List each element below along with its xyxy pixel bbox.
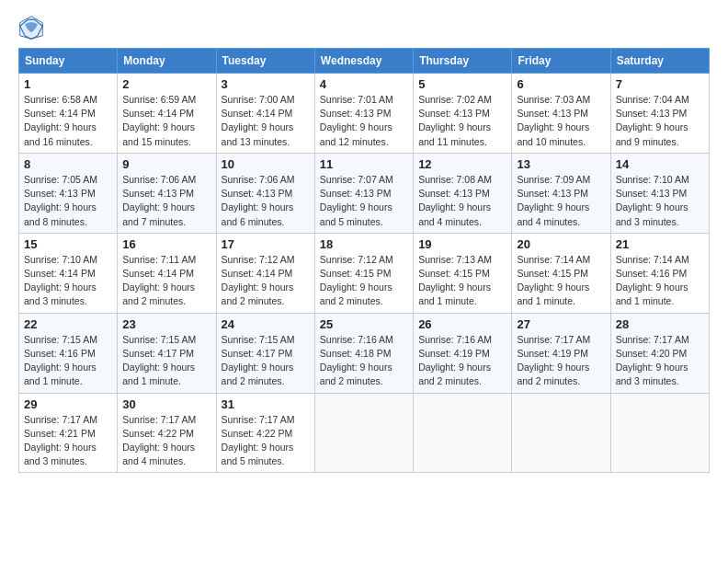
- weekday-row: SundayMondayTuesdayWednesdayThursdayFrid…: [19, 49, 710, 74]
- calendar-cell: 25Sunrise: 7:16 AM Sunset: 4:18 PM Dayli…: [314, 313, 413, 393]
- calendar-week-row: 15Sunrise: 7:10 AM Sunset: 4:14 PM Dayli…: [19, 233, 710, 313]
- calendar-week-row: 1Sunrise: 6:58 AM Sunset: 4:14 PM Daylig…: [19, 74, 710, 154]
- day-info: Sunrise: 7:12 AM Sunset: 4:15 PM Dayligh…: [320, 253, 408, 309]
- calendar-cell: 15Sunrise: 7:10 AM Sunset: 4:14 PM Dayli…: [19, 233, 118, 313]
- day-info: Sunrise: 7:02 AM Sunset: 4:13 PM Dayligh…: [418, 93, 506, 149]
- day-number: 12: [418, 157, 506, 171]
- logo-icon: [18, 15, 44, 40]
- day-info: Sunrise: 7:15 AM Sunset: 4:16 PM Dayligh…: [24, 333, 112, 389]
- weekday-header-thursday: Thursday: [414, 49, 512, 74]
- calendar-cell: 31Sunrise: 7:17 AM Sunset: 4:22 PM Dayli…: [216, 393, 314, 473]
- day-number: 22: [24, 317, 112, 331]
- day-number: 28: [616, 317, 704, 331]
- day-info: Sunrise: 7:10 AM Sunset: 4:14 PM Dayligh…: [24, 253, 112, 309]
- day-number: 18: [320, 237, 408, 251]
- day-number: 20: [517, 237, 605, 251]
- weekday-header-monday: Monday: [118, 49, 216, 74]
- day-info: Sunrise: 7:06 AM Sunset: 4:13 PM Dayligh…: [222, 173, 310, 229]
- calendar-cell: 2Sunrise: 6:59 AM Sunset: 4:14 PM Daylig…: [118, 74, 216, 154]
- day-info: Sunrise: 7:06 AM Sunset: 4:13 PM Dayligh…: [122, 173, 210, 229]
- calendar-page: SundayMondayTuesdayWednesdayThursdayFrid…: [0, 0, 728, 482]
- day-info: Sunrise: 7:00 AM Sunset: 4:14 PM Dayligh…: [222, 93, 310, 149]
- calendar-cell: 28Sunrise: 7:17 AM Sunset: 4:20 PM Dayli…: [610, 313, 709, 393]
- day-number: 7: [616, 77, 704, 91]
- day-info: Sunrise: 7:12 AM Sunset: 4:14 PM Dayligh…: [222, 253, 310, 309]
- calendar-cell: 8Sunrise: 7:05 AM Sunset: 4:13 PM Daylig…: [19, 153, 118, 233]
- calendar-cell: 21Sunrise: 7:14 AM Sunset: 4:16 PM Dayli…: [610, 233, 709, 313]
- calendar-cell: 11Sunrise: 7:07 AM Sunset: 4:13 PM Dayli…: [314, 153, 413, 233]
- calendar-cell: 17Sunrise: 7:12 AM Sunset: 4:14 PM Dayli…: [216, 233, 314, 313]
- day-number: 21: [616, 237, 704, 251]
- day-info: Sunrise: 6:58 AM Sunset: 4:14 PM Dayligh…: [24, 93, 112, 149]
- day-info: Sunrise: 7:03 AM Sunset: 4:13 PM Dayligh…: [517, 93, 605, 149]
- calendar-cell: [512, 393, 610, 473]
- calendar-cell: 30Sunrise: 7:17 AM Sunset: 4:22 PM Dayli…: [118, 393, 216, 473]
- day-number: 6: [517, 77, 605, 91]
- calendar-table: SundayMondayTuesdayWednesdayThursdayFrid…: [18, 48, 710, 473]
- header: [18, 15, 710, 40]
- day-info: Sunrise: 7:07 AM Sunset: 4:13 PM Dayligh…: [320, 173, 408, 229]
- calendar-cell: 4Sunrise: 7:01 AM Sunset: 4:13 PM Daylig…: [314, 74, 413, 154]
- logo: [18, 15, 48, 40]
- calendar-cell: [314, 393, 413, 473]
- weekday-header-saturday: Saturday: [610, 49, 709, 74]
- calendar-cell: 1Sunrise: 6:58 AM Sunset: 4:14 PM Daylig…: [19, 74, 118, 154]
- day-number: 25: [320, 317, 408, 331]
- day-number: 27: [517, 317, 605, 331]
- calendar-cell: 29Sunrise: 7:17 AM Sunset: 4:21 PM Dayli…: [19, 393, 118, 473]
- calendar-week-row: 29Sunrise: 7:17 AM Sunset: 4:21 PM Dayli…: [19, 393, 710, 473]
- day-number: 14: [616, 157, 704, 171]
- calendar-cell: 24Sunrise: 7:15 AM Sunset: 4:17 PM Dayli…: [216, 313, 314, 393]
- day-info: Sunrise: 7:15 AM Sunset: 4:17 PM Dayligh…: [222, 333, 310, 389]
- calendar-body: 1Sunrise: 6:58 AM Sunset: 4:14 PM Daylig…: [19, 74, 710, 473]
- calendar-cell: 14Sunrise: 7:10 AM Sunset: 4:13 PM Dayli…: [610, 153, 709, 233]
- day-number: 29: [24, 397, 112, 411]
- day-number: 19: [418, 237, 506, 251]
- day-info: Sunrise: 7:16 AM Sunset: 4:18 PM Dayligh…: [320, 333, 408, 389]
- calendar-week-row: 22Sunrise: 7:15 AM Sunset: 4:16 PM Dayli…: [19, 313, 710, 393]
- day-number: 4: [320, 77, 408, 91]
- day-info: Sunrise: 7:11 AM Sunset: 4:14 PM Dayligh…: [122, 253, 210, 309]
- day-info: Sunrise: 7:05 AM Sunset: 4:13 PM Dayligh…: [24, 173, 112, 229]
- calendar-cell: 3Sunrise: 7:00 AM Sunset: 4:14 PM Daylig…: [216, 74, 314, 154]
- calendar-cell: 20Sunrise: 7:14 AM Sunset: 4:15 PM Dayli…: [512, 233, 610, 313]
- day-info: Sunrise: 7:15 AM Sunset: 4:17 PM Dayligh…: [122, 333, 210, 389]
- day-info: Sunrise: 7:04 AM Sunset: 4:13 PM Dayligh…: [616, 93, 704, 149]
- day-number: 30: [122, 397, 210, 411]
- day-info: Sunrise: 7:14 AM Sunset: 4:15 PM Dayligh…: [517, 253, 605, 309]
- day-number: 15: [24, 237, 112, 251]
- day-info: Sunrise: 7:08 AM Sunset: 4:13 PM Dayligh…: [418, 173, 506, 229]
- calendar-cell: 22Sunrise: 7:15 AM Sunset: 4:16 PM Dayli…: [19, 313, 118, 393]
- day-number: 11: [320, 157, 408, 171]
- calendar-cell: [610, 393, 709, 473]
- day-number: 10: [222, 157, 310, 171]
- calendar-cell: 19Sunrise: 7:13 AM Sunset: 4:15 PM Dayli…: [414, 233, 512, 313]
- day-info: Sunrise: 7:14 AM Sunset: 4:16 PM Dayligh…: [616, 253, 704, 309]
- calendar-cell: 7Sunrise: 7:04 AM Sunset: 4:13 PM Daylig…: [610, 74, 709, 154]
- day-info: Sunrise: 7:13 AM Sunset: 4:15 PM Dayligh…: [418, 253, 506, 309]
- calendar-header: SundayMondayTuesdayWednesdayThursdayFrid…: [19, 49, 710, 74]
- weekday-header-wednesday: Wednesday: [314, 49, 413, 74]
- day-number: 5: [418, 77, 506, 91]
- calendar-cell: 12Sunrise: 7:08 AM Sunset: 4:13 PM Dayli…: [414, 153, 512, 233]
- day-number: 9: [122, 157, 210, 171]
- calendar-cell: 5Sunrise: 7:02 AM Sunset: 4:13 PM Daylig…: [414, 74, 512, 154]
- weekday-header-tuesday: Tuesday: [216, 49, 314, 74]
- day-info: Sunrise: 7:16 AM Sunset: 4:19 PM Dayligh…: [418, 333, 506, 389]
- day-info: Sunrise: 7:17 AM Sunset: 4:19 PM Dayligh…: [517, 333, 605, 389]
- day-number: 8: [24, 157, 112, 171]
- day-number: 2: [122, 77, 210, 91]
- day-number: 23: [122, 317, 210, 331]
- calendar-cell: 27Sunrise: 7:17 AM Sunset: 4:19 PM Dayli…: [512, 313, 610, 393]
- calendar-cell: 18Sunrise: 7:12 AM Sunset: 4:15 PM Dayli…: [314, 233, 413, 313]
- day-info: Sunrise: 7:10 AM Sunset: 4:13 PM Dayligh…: [616, 173, 704, 229]
- day-info: Sunrise: 7:17 AM Sunset: 4:22 PM Dayligh…: [222, 413, 310, 469]
- calendar-week-row: 8Sunrise: 7:05 AM Sunset: 4:13 PM Daylig…: [19, 153, 710, 233]
- day-info: Sunrise: 7:09 AM Sunset: 4:13 PM Dayligh…: [517, 173, 605, 229]
- day-number: 24: [222, 317, 310, 331]
- day-number: 16: [122, 237, 210, 251]
- calendar-cell: 6Sunrise: 7:03 AM Sunset: 4:13 PM Daylig…: [512, 74, 610, 154]
- calendar-cell: 10Sunrise: 7:06 AM Sunset: 4:13 PM Dayli…: [216, 153, 314, 233]
- day-info: Sunrise: 7:17 AM Sunset: 4:21 PM Dayligh…: [24, 413, 112, 469]
- calendar-cell: [414, 393, 512, 473]
